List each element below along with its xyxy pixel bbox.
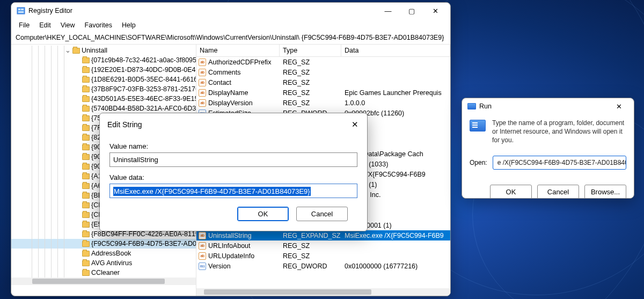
menu-help[interactable]: Help — [118, 20, 140, 31]
minimize-button[interactable]: — — [376, 3, 400, 19]
col-data[interactable]: Data — [341, 45, 450, 56]
folder-icon — [82, 67, 90, 73]
regedit-icon — [17, 6, 25, 15]
regedit-address-bar[interactable]: Computer\HKEY_LOCAL_MACHINE\SOFTWARE\Mic… — [11, 32, 450, 45]
svg-rect-0 — [17, 8, 25, 14]
collapse-icon[interactable]: ⌄ — [65, 46, 71, 55]
value-row[interactable]: AuthorizedCDFPrefixREG_SZ — [196, 57, 450, 67]
menu-edit[interactable]: Edit — [35, 20, 55, 31]
menu-favorites[interactable]: Favorites — [80, 20, 116, 31]
value-data-input[interactable] — [109, 184, 357, 198]
folder-icon — [82, 183, 90, 189]
value-type: REG_SZ — [280, 69, 341, 76]
value-row[interactable]: DisplayVersionREG_SZ1.0.0.0 — [196, 98, 450, 108]
tree-hscroll[interactable] — [11, 278, 196, 285]
tree-item-label: {1D8E6291-B0D5-35EC-8441-6616F5 — [91, 75, 196, 84]
value-string-icon — [199, 252, 206, 260]
edit-string-title: Edit String — [107, 120, 348, 129]
value-row[interactable]: CommentsREG_SZ — [196, 67, 450, 77]
tree-node-uninstall[interactable]: ⌄ Uninstall — [11, 46, 196, 55]
ok-button[interactable]: OK — [490, 185, 532, 199]
value-name: UninstallString — [208, 232, 252, 239]
folder-icon — [82, 241, 90, 247]
tree-label: Uninstall — [82, 46, 107, 55]
tree-item-label: AVG Antivirus — [91, 258, 132, 268]
regedit-title: Registry Editor — [28, 7, 72, 14]
open-label: Open: — [470, 159, 487, 166]
run-description: Type the name of a program, folder, docu… — [492, 119, 626, 145]
tree-item[interactable]: AddressBook — [11, 249, 196, 258]
value-name-input[interactable] — [109, 152, 357, 167]
edit-string-dialog: Edit String ✕ Value name: Value data: Ms… — [99, 113, 368, 231]
menu-view[interactable]: View — [56, 20, 79, 31]
regedit-titlebar[interactable]: Registry Editor — ▢ ✕ — [11, 3, 450, 19]
folder-icon — [82, 173, 90, 179]
open-combobox[interactable]: e /X{F9C5C994-F6B9-4D75-B3E7-AD01B84073E… — [493, 156, 626, 170]
tree-item[interactable]: CCleaner — [11, 268, 196, 278]
run-title: Run — [479, 103, 492, 110]
value-row[interactable]: VersionREG_DWORD0x01000000 (16777216) — [196, 261, 450, 271]
folder-icon — [82, 154, 90, 160]
value-type: REG_SZ — [280, 79, 341, 86]
close-icon[interactable]: ✕ — [348, 118, 362, 132]
folder-icon — [82, 135, 90, 141]
cancel-button[interactable]: Cancel — [537, 185, 579, 199]
value-name: DisplayVersion — [208, 99, 253, 107]
folder-icon — [82, 222, 90, 228]
svg-rect-1 — [18, 9, 20, 10]
tree-item-label: {5740BD44-B58D-321A-AFC0-6D3D — [91, 104, 196, 113]
value-row[interactable]: DisplayNameREG_SZEpic Games Launcher Pre… — [196, 87, 450, 98]
folder-icon — [82, 193, 90, 199]
value-dword-icon — [199, 262, 206, 270]
tree-item[interactable]: {071c9b48-7c32-4621-a0ac-3f80952 — [11, 55, 196, 65]
value-string-icon — [199, 59, 206, 66]
tree-item-label: AddressBook — [91, 249, 131, 258]
folder-icon — [82, 144, 90, 150]
browse-button[interactable]: Browse... — [584, 185, 626, 199]
menu-file[interactable]: File — [14, 20, 34, 31]
folder-icon — [82, 202, 90, 208]
tree-item-label: {F9C5C994-F6B9-4D75-B3E7-AD01B — [91, 239, 196, 249]
address-key: {F9C5C994-F6B9-4D75-B3E7-AD01B84073E9} — [302, 34, 444, 41]
maximize-button[interactable]: ▢ — [400, 3, 423, 19]
value-row[interactable]: URLUpdateInfoREG_SZ — [196, 251, 450, 261]
cancel-button[interactable]: Cancel — [296, 207, 348, 221]
regedit-menubar: FileEditViewFavoritesHelp — [11, 19, 450, 32]
tree-item[interactable]: {5740BD44-B58D-321A-AFC0-6D3D — [11, 104, 196, 113]
tree-item[interactable]: {1D8E6291-B0D5-35EC-8441-6616F5 — [11, 75, 196, 84]
tree-item[interactable]: {37B8F9C7-03FB-3253-8781-2517C9 — [11, 84, 196, 94]
chevron-down-icon[interactable]: ⌄ — [618, 159, 623, 165]
ok-button[interactable]: OK — [237, 207, 289, 221]
tree-item[interactable]: {192E20E1-D873-40DC-9D0B-0E46E — [11, 65, 196, 75]
value-data: MsiExec.exe /X{F9C5C994-F6B9 — [341, 232, 450, 239]
folder-icon — [82, 164, 90, 170]
value-row[interactable]: UninstallStringREG_EXPAND_SZMsiExec.exe … — [196, 230, 450, 240]
folder-icon — [82, 115, 90, 121]
value-string-icon — [199, 89, 206, 97]
value-row[interactable]: ContactREG_SZ — [196, 77, 450, 87]
value-name: DisplayName — [208, 89, 248, 97]
run-large-icon — [470, 120, 486, 132]
tree-item[interactable]: {F9C5C994-F6B9-4D75-B3E7-AD01B — [11, 239, 196, 249]
folder-icon — [82, 260, 90, 266]
tree-item[interactable]: AVG Antivirus — [11, 258, 196, 268]
value-row[interactable]: URLInfoAboutREG_SZ — [196, 240, 450, 251]
open-command-text: e /X{F9C5C994-F6B9-4D75-B3E7-AD01B84073E… — [497, 159, 626, 166]
col-name[interactable]: Name — [196, 45, 280, 56]
col-type[interactable]: Type — [280, 45, 341, 56]
svg-rect-2 — [21, 9, 24, 10]
folder-icon — [82, 231, 90, 237]
tree-item-label: {37B8F9C7-03FB-3253-8781-2517C9 — [91, 84, 196, 94]
value-type: REG_SZ — [280, 99, 341, 107]
folder-icon — [82, 57, 90, 63]
run-icon — [467, 103, 476, 110]
folder-icon — [82, 125, 90, 131]
values-hscroll[interactable] — [196, 288, 450, 296]
column-headers[interactable]: Name Type Data — [196, 45, 450, 57]
value-data: Epic Games Launcher Prerequis — [341, 89, 450, 97]
tree-item[interactable]: {43D501A5-E5E3-46EC-8F33-9E15D2 — [11, 94, 196, 104]
folder-icon — [82, 77, 90, 83]
close-button[interactable]: ✕ — [423, 3, 447, 19]
value-string-icon — [199, 69, 206, 76]
close-icon[interactable]: ✕ — [607, 98, 631, 114]
